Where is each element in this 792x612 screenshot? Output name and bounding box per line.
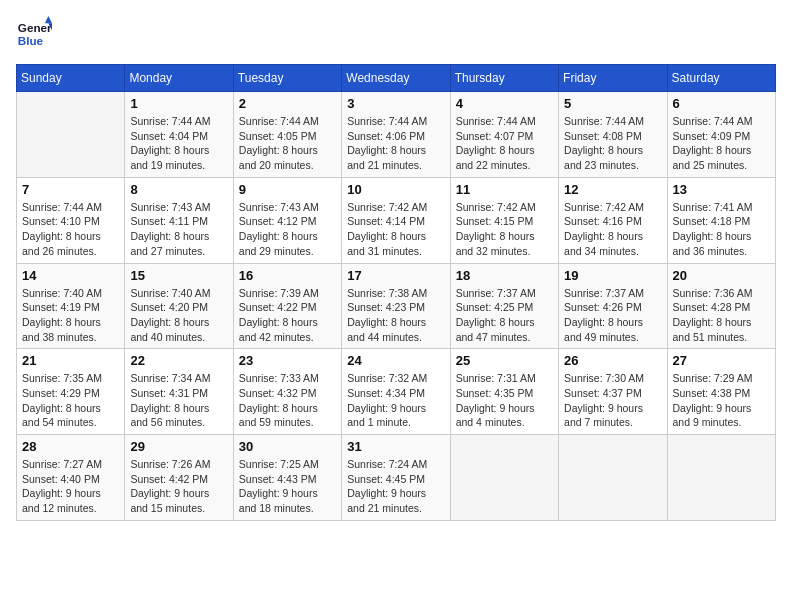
day-number: 2 (239, 96, 336, 111)
day-number: 25 (456, 353, 553, 368)
day-cell: 21Sunrise: 7:35 AM Sunset: 4:29 PM Dayli… (17, 349, 125, 435)
day-number: 5 (564, 96, 661, 111)
day-info: Sunrise: 7:35 AM Sunset: 4:29 PM Dayligh… (22, 371, 119, 430)
day-cell: 25Sunrise: 7:31 AM Sunset: 4:35 PM Dayli… (450, 349, 558, 435)
day-cell: 30Sunrise: 7:25 AM Sunset: 4:43 PM Dayli… (233, 435, 341, 521)
day-number: 4 (456, 96, 553, 111)
day-number: 17 (347, 268, 444, 283)
day-info: Sunrise: 7:33 AM Sunset: 4:32 PM Dayligh… (239, 371, 336, 430)
week-row-5: 28Sunrise: 7:27 AM Sunset: 4:40 PM Dayli… (17, 435, 776, 521)
day-info: Sunrise: 7:24 AM Sunset: 4:45 PM Dayligh… (347, 457, 444, 516)
day-number: 13 (673, 182, 770, 197)
day-info: Sunrise: 7:43 AM Sunset: 4:11 PM Dayligh… (130, 200, 227, 259)
day-number: 8 (130, 182, 227, 197)
day-cell: 13Sunrise: 7:41 AM Sunset: 4:18 PM Dayli… (667, 177, 775, 263)
day-number: 21 (22, 353, 119, 368)
day-info: Sunrise: 7:38 AM Sunset: 4:23 PM Dayligh… (347, 286, 444, 345)
day-cell: 19Sunrise: 7:37 AM Sunset: 4:26 PM Dayli… (559, 263, 667, 349)
day-number: 11 (456, 182, 553, 197)
svg-marker-2 (45, 16, 52, 23)
day-number: 6 (673, 96, 770, 111)
day-cell: 10Sunrise: 7:42 AM Sunset: 4:14 PM Dayli… (342, 177, 450, 263)
day-number: 19 (564, 268, 661, 283)
day-info: Sunrise: 7:44 AM Sunset: 4:05 PM Dayligh… (239, 114, 336, 173)
day-number: 31 (347, 439, 444, 454)
day-cell: 3Sunrise: 7:44 AM Sunset: 4:06 PM Daylig… (342, 92, 450, 178)
day-info: Sunrise: 7:44 AM Sunset: 4:08 PM Dayligh… (564, 114, 661, 173)
day-cell: 1Sunrise: 7:44 AM Sunset: 4:04 PM Daylig… (125, 92, 233, 178)
week-row-4: 21Sunrise: 7:35 AM Sunset: 4:29 PM Dayli… (17, 349, 776, 435)
day-info: Sunrise: 7:44 AM Sunset: 4:10 PM Dayligh… (22, 200, 119, 259)
day-cell: 23Sunrise: 7:33 AM Sunset: 4:32 PM Dayli… (233, 349, 341, 435)
day-info: Sunrise: 7:42 AM Sunset: 4:15 PM Dayligh… (456, 200, 553, 259)
header: General Blue (16, 16, 776, 52)
day-cell: 14Sunrise: 7:40 AM Sunset: 4:19 PM Dayli… (17, 263, 125, 349)
day-number: 10 (347, 182, 444, 197)
weekday-header-wednesday: Wednesday (342, 65, 450, 92)
day-info: Sunrise: 7:40 AM Sunset: 4:20 PM Dayligh… (130, 286, 227, 345)
day-cell: 8Sunrise: 7:43 AM Sunset: 4:11 PM Daylig… (125, 177, 233, 263)
weekday-header-tuesday: Tuesday (233, 65, 341, 92)
day-number: 30 (239, 439, 336, 454)
day-info: Sunrise: 7:37 AM Sunset: 4:26 PM Dayligh… (564, 286, 661, 345)
weekday-header-row: SundayMondayTuesdayWednesdayThursdayFrid… (17, 65, 776, 92)
day-number: 12 (564, 182, 661, 197)
day-number: 23 (239, 353, 336, 368)
day-number: 27 (673, 353, 770, 368)
weekday-header-sunday: Sunday (17, 65, 125, 92)
day-cell: 22Sunrise: 7:34 AM Sunset: 4:31 PM Dayli… (125, 349, 233, 435)
svg-text:Blue: Blue (18, 34, 44, 47)
weekday-header-thursday: Thursday (450, 65, 558, 92)
day-cell: 20Sunrise: 7:36 AM Sunset: 4:28 PM Dayli… (667, 263, 775, 349)
day-cell (559, 435, 667, 521)
day-cell: 17Sunrise: 7:38 AM Sunset: 4:23 PM Dayli… (342, 263, 450, 349)
day-number: 14 (22, 268, 119, 283)
day-info: Sunrise: 7:34 AM Sunset: 4:31 PM Dayligh… (130, 371, 227, 430)
day-number: 15 (130, 268, 227, 283)
day-cell: 16Sunrise: 7:39 AM Sunset: 4:22 PM Dayli… (233, 263, 341, 349)
day-cell: 12Sunrise: 7:42 AM Sunset: 4:16 PM Dayli… (559, 177, 667, 263)
day-cell: 18Sunrise: 7:37 AM Sunset: 4:25 PM Dayli… (450, 263, 558, 349)
day-cell (450, 435, 558, 521)
day-cell: 5Sunrise: 7:44 AM Sunset: 4:08 PM Daylig… (559, 92, 667, 178)
day-cell (667, 435, 775, 521)
day-number: 7 (22, 182, 119, 197)
day-number: 20 (673, 268, 770, 283)
week-row-3: 14Sunrise: 7:40 AM Sunset: 4:19 PM Dayli… (17, 263, 776, 349)
day-cell: 7Sunrise: 7:44 AM Sunset: 4:10 PM Daylig… (17, 177, 125, 263)
day-info: Sunrise: 7:41 AM Sunset: 4:18 PM Dayligh… (673, 200, 770, 259)
day-cell: 6Sunrise: 7:44 AM Sunset: 4:09 PM Daylig… (667, 92, 775, 178)
day-number: 1 (130, 96, 227, 111)
day-cell: 24Sunrise: 7:32 AM Sunset: 4:34 PM Dayli… (342, 349, 450, 435)
day-cell: 15Sunrise: 7:40 AM Sunset: 4:20 PM Dayli… (125, 263, 233, 349)
logo-icon: General Blue (16, 16, 52, 52)
day-info: Sunrise: 7:42 AM Sunset: 4:16 PM Dayligh… (564, 200, 661, 259)
day-info: Sunrise: 7:29 AM Sunset: 4:38 PM Dayligh… (673, 371, 770, 430)
day-number: 22 (130, 353, 227, 368)
week-row-2: 7Sunrise: 7:44 AM Sunset: 4:10 PM Daylig… (17, 177, 776, 263)
day-info: Sunrise: 7:44 AM Sunset: 4:04 PM Dayligh… (130, 114, 227, 173)
day-cell: 2Sunrise: 7:44 AM Sunset: 4:05 PM Daylig… (233, 92, 341, 178)
day-number: 16 (239, 268, 336, 283)
day-info: Sunrise: 7:26 AM Sunset: 4:42 PM Dayligh… (130, 457, 227, 516)
day-cell (17, 92, 125, 178)
day-info: Sunrise: 7:37 AM Sunset: 4:25 PM Dayligh… (456, 286, 553, 345)
day-info: Sunrise: 7:44 AM Sunset: 4:07 PM Dayligh… (456, 114, 553, 173)
day-info: Sunrise: 7:43 AM Sunset: 4:12 PM Dayligh… (239, 200, 336, 259)
day-number: 28 (22, 439, 119, 454)
day-cell: 31Sunrise: 7:24 AM Sunset: 4:45 PM Dayli… (342, 435, 450, 521)
day-cell: 26Sunrise: 7:30 AM Sunset: 4:37 PM Dayli… (559, 349, 667, 435)
day-info: Sunrise: 7:40 AM Sunset: 4:19 PM Dayligh… (22, 286, 119, 345)
day-cell: 29Sunrise: 7:26 AM Sunset: 4:42 PM Dayli… (125, 435, 233, 521)
day-cell: 9Sunrise: 7:43 AM Sunset: 4:12 PM Daylig… (233, 177, 341, 263)
weekday-header-saturday: Saturday (667, 65, 775, 92)
day-info: Sunrise: 7:27 AM Sunset: 4:40 PM Dayligh… (22, 457, 119, 516)
day-info: Sunrise: 7:42 AM Sunset: 4:14 PM Dayligh… (347, 200, 444, 259)
day-number: 9 (239, 182, 336, 197)
day-cell: 28Sunrise: 7:27 AM Sunset: 4:40 PM Dayli… (17, 435, 125, 521)
day-cell: 11Sunrise: 7:42 AM Sunset: 4:15 PM Dayli… (450, 177, 558, 263)
day-info: Sunrise: 7:32 AM Sunset: 4:34 PM Dayligh… (347, 371, 444, 430)
calendar-table: SundayMondayTuesdayWednesdayThursdayFrid… (16, 64, 776, 521)
day-cell: 27Sunrise: 7:29 AM Sunset: 4:38 PM Dayli… (667, 349, 775, 435)
day-number: 29 (130, 439, 227, 454)
